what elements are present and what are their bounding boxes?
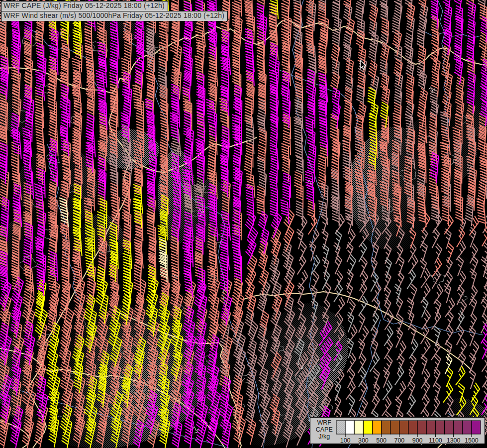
legend-tick-label: 1300 (446, 437, 460, 444)
legend-cell (453, 421, 462, 434)
map-canvas (0, 0, 487, 448)
legend-cell (471, 421, 480, 434)
legend-cell (345, 421, 354, 434)
legend-units-label: J/kg (313, 433, 335, 440)
legend-tick-label: 900 (412, 437, 422, 444)
legend-cell (390, 421, 399, 434)
legend-cell (354, 421, 363, 434)
legend-tick-label: 300 (358, 437, 368, 444)
title-line-shear: WRF Wind shear (m/s) 500/1000hPa Friday … (1, 11, 228, 21)
legend-cell (444, 421, 453, 434)
legend-tick-label: 100 (340, 437, 350, 444)
legend-cell (399, 421, 408, 434)
legend-cell (372, 421, 381, 434)
legend-cell (408, 421, 417, 434)
legend-cell (435, 421, 444, 434)
legend-tick-label: 700 (394, 437, 404, 444)
map-title: WRF CAPE (J/kg) Friday 05-12-2025 18:00 … (1, 1, 228, 21)
title-line-cape: WRF CAPE (J/kg) Friday 05-12-2025 18:00 … (1, 1, 168, 11)
legend-side-labels: WRF CAPE J/kg (310, 418, 335, 444)
cape-legend: WRF CAPE J/kg 10030050070090011001300150… (310, 417, 485, 444)
legend-colorbar: 100300500700900110013001500 (335, 418, 485, 444)
legend-tick-label: 1500 (464, 437, 478, 444)
legend-cell (426, 421, 435, 434)
legend-tick-label: 500 (376, 437, 387, 444)
legend-cell (462, 421, 471, 434)
wrf-weather-map: WRF CAPE (J/kg) Friday 05-12-2025 18:00 … (0, 0, 487, 448)
legend-cell (363, 421, 372, 434)
legend-cell (381, 421, 390, 434)
legend-cell (336, 421, 345, 434)
legend-variable-label: CAPE (313, 426, 335, 433)
legend-model-label: WRF (313, 419, 335, 426)
legend-tick-label: 1100 (428, 437, 442, 444)
legend-cell (417, 421, 426, 434)
